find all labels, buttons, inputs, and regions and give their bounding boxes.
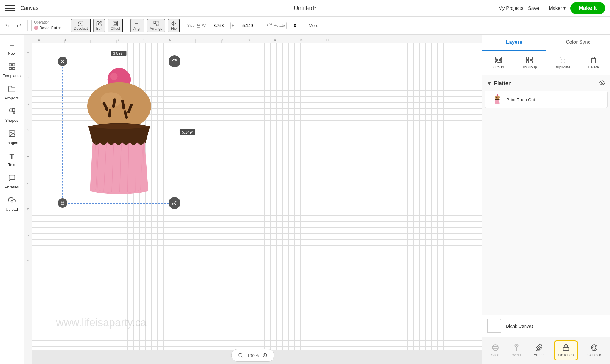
maker-selector[interactable]: Maker ▾ — [549, 5, 566, 11]
make-it-button[interactable]: Make It — [570, 2, 605, 14]
svg-line-79 — [266, 356, 267, 357]
offset-button[interactable]: Offset — [108, 19, 123, 32]
deselect-button[interactable]: Deselect — [71, 19, 91, 32]
attach-tool[interactable]: Attach — [530, 341, 548, 360]
unflatten-icon — [562, 344, 570, 351]
sidebar-item-phrases[interactable]: Phrases — [1, 171, 23, 192]
dimension-height-label: 5.149" — [180, 129, 195, 135]
height-label: H — [232, 23, 234, 28]
sidebar-item-label-projects: Projects — [5, 96, 19, 100]
rotate-group: Rotate — [267, 22, 304, 29]
canvas-area[interactable]: 0 1 2 3 4 5 6 7 8 9 10 11 — [24, 35, 482, 364]
ungroup-icon — [526, 57, 533, 64]
undo-redo-group — [2, 21, 24, 30]
more-button[interactable]: More — [306, 22, 321, 29]
svg-text:4: 4 — [143, 38, 145, 42]
svg-point-60 — [87, 82, 151, 130]
ungroup-tool[interactable]: UnGroup — [518, 55, 541, 71]
lock-handle[interactable] — [58, 198, 67, 208]
right-panel: Layers Color Sync Group UnGroup Duplicat… — [482, 35, 610, 364]
sidebar-item-label-text: Text — [8, 163, 15, 167]
sidebar-item-upload[interactable]: Upload — [1, 193, 23, 215]
rotate-label: Rotate — [273, 23, 285, 28]
slice-tool[interactable]: Slice — [487, 341, 503, 360]
svg-point-105 — [592, 345, 597, 351]
chevron-down-icon: ▾ — [563, 5, 566, 11]
sidebar-item-label-shapes: Shapes — [5, 118, 18, 123]
sidebar-item-templates[interactable]: Templates — [1, 60, 23, 81]
svg-line-54 — [173, 201, 176, 205]
svg-point-106 — [593, 346, 596, 349]
width-input[interactable] — [207, 22, 231, 29]
redo-button[interactable] — [14, 21, 24, 30]
operation-label: Operation — [34, 20, 61, 24]
arrange-icon — [153, 21, 159, 26]
operation-chevron-icon: ▾ — [58, 25, 61, 31]
zoom-in-icon — [262, 353, 268, 358]
operation-group: Operation Basic Cut ▾ — [31, 19, 63, 32]
svg-rect-88 — [530, 57, 532, 60]
unflatten-tool[interactable]: Unflatten — [554, 340, 578, 360]
svg-rect-3 — [114, 22, 116, 24]
my-projects-link[interactable]: My Projects — [498, 6, 523, 11]
svg-rect-2 — [113, 21, 118, 26]
blank-canvas-row[interactable]: Blank Canvas — [482, 315, 610, 337]
svg-rect-14 — [13, 67, 15, 70]
rotate-handle[interactable] — [169, 55, 180, 67]
sidebar-item-new[interactable]: ＋ New — [1, 38, 23, 59]
layers-list: ▼ Flatten — [482, 75, 610, 315]
zoom-bar: 100% — [231, 349, 274, 362]
sidebar-item-label-new: New — [8, 51, 15, 56]
cupcake-image — [65, 64, 173, 202]
weld-tool[interactable]: Weld — [508, 341, 524, 360]
sidebar-item-images[interactable]: Images — [1, 127, 23, 148]
group-icon — [495, 57, 502, 64]
sidebar-item-label-phrases: Phrases — [5, 185, 19, 189]
main-area: ＋ New Templates Projects Shapes Images — [0, 35, 610, 364]
undo-button[interactable] — [2, 21, 13, 30]
watermark: www.lifeisaparty.ca — [56, 316, 146, 329]
flatten-header[interactable]: ▼ Flatten — [482, 77, 610, 90]
delete-tool[interactable]: Delete — [584, 55, 603, 71]
svg-rect-90 — [530, 61, 532, 63]
height-input[interactable] — [236, 22, 259, 29]
zoom-out-button[interactable] — [236, 351, 245, 360]
hamburger-menu-icon[interactable] — [5, 5, 15, 11]
layer-item-print-then-cut[interactable]: Print Then Cut — [485, 91, 608, 108]
contour-tool[interactable]: Contour — [584, 341, 605, 360]
canvas-grid[interactable]: www.lifeisaparty.ca 3.583" 5.149" — [32, 43, 482, 350]
align-button[interactable]: Align — [130, 19, 144, 32]
duplicate-icon — [559, 57, 566, 64]
separator-1 — [27, 20, 28, 31]
panel-toolbar: Group UnGroup Duplicate Delete — [482, 51, 610, 75]
rotate-input[interactable] — [286, 22, 304, 29]
group-tool[interactable]: Group — [490, 55, 508, 71]
svg-text:6: 6 — [26, 208, 30, 210]
sidebar-item-projects[interactable]: Projects — [1, 82, 23, 103]
svg-text:9: 9 — [274, 38, 276, 42]
canvas-label: Canvas — [20, 5, 38, 11]
sidebar-item-text[interactable]: T Text — [1, 149, 23, 170]
svg-text:3: 3 — [26, 129, 30, 131]
duplicate-tool[interactable]: Duplicate — [551, 55, 574, 71]
close-handle[interactable] — [58, 57, 67, 66]
document-title: Untitled* — [294, 5, 316, 12]
svg-text:3: 3 — [117, 38, 119, 42]
sidebar-item-shapes[interactable]: Shapes — [1, 104, 23, 126]
arrange-button[interactable]: Arrange — [147, 19, 166, 32]
edit-button[interactable]: Edit — [93, 19, 105, 32]
svg-point-92 — [602, 82, 603, 84]
tab-color-sync[interactable]: Color Sync — [546, 35, 610, 51]
toolbar: Operation Basic Cut ▾ Deselect Edit Offs… — [0, 17, 610, 35]
zoom-in-button[interactable] — [261, 351, 269, 360]
selection-box[interactable]: 3.583" 5.149" — [62, 61, 175, 204]
rotate-icon — [267, 23, 272, 28]
flip-button[interactable]: Flip — [168, 19, 180, 32]
eye-icon[interactable] — [599, 80, 605, 87]
tab-layers[interactable]: Layers — [482, 35, 546, 51]
save-button[interactable]: Save — [528, 6, 539, 11]
operation-value: Basic Cut — [39, 26, 57, 30]
resize-handle[interactable] — [169, 197, 180, 209]
lock-icon[interactable] — [196, 23, 201, 28]
svg-rect-7 — [154, 21, 156, 23]
